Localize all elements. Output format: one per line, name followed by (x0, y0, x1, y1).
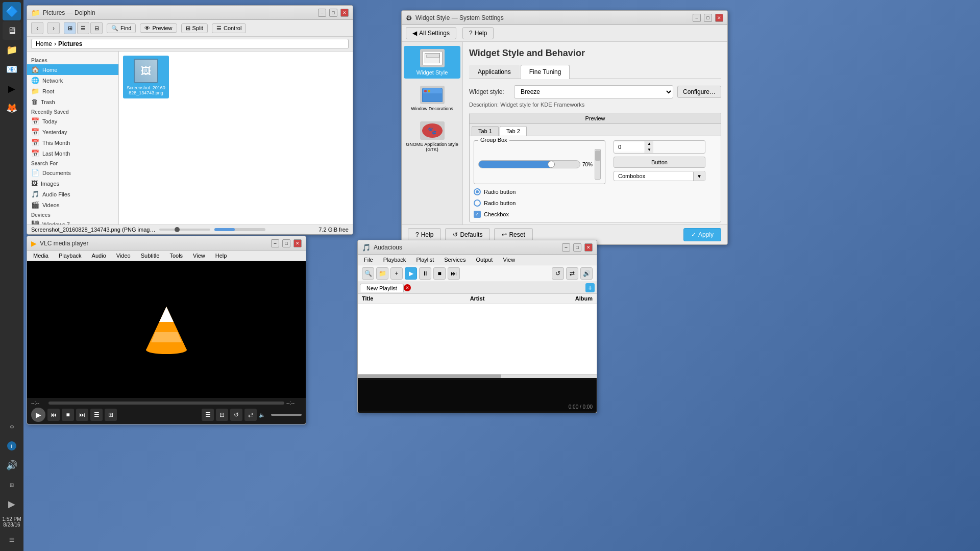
configure-btn[interactable]: Configure… (677, 86, 721, 98)
places-documents[interactable]: 📄 Documents (27, 167, 118, 178)
places-windows7[interactable]: 💾 Windows 7 (27, 219, 118, 224)
aud-menu-output[interactable]: Output (474, 256, 495, 264)
vlc-shuffle-btn[interactable]: ⇄ (244, 409, 257, 421)
sidebar-widget-style[interactable]: Widget Style (404, 46, 460, 79)
aud-add-btn[interactable]: + (390, 267, 403, 280)
places-yesterday[interactable]: 📅 Yesterday (27, 127, 118, 137)
forward-btn[interactable]: › (47, 22, 60, 34)
audacious-scrollbar[interactable] (358, 374, 597, 378)
places-network[interactable]: 🌐 Network (27, 75, 118, 86)
taskbar-icon-3[interactable]: 📧 (3, 60, 21, 79)
file-screenshot[interactable]: 🖼 Screenshot_20160828_134743.png (123, 56, 169, 98)
playlist-tab-new[interactable]: New Playlist (360, 284, 404, 292)
settings-maximize-btn[interactable]: □ (704, 14, 712, 22)
vlc-maximize-btn[interactable]: □ (282, 239, 290, 247)
vlc-extended-btn[interactable]: ⊞ (105, 409, 117, 421)
places-this-month[interactable]: 📅 This Month (27, 137, 118, 148)
aud-shuffle-btn[interactable]: ⇄ (566, 267, 578, 280)
sidebar-gnome-style[interactable]: 🐾 GNOME Application Style (GTK) (404, 118, 460, 155)
menu-icon[interactable]: ≡ (3, 531, 21, 549)
aud-menu-playback[interactable]: Playback (381, 256, 408, 264)
preview-tab1[interactable]: Tab 1 (472, 126, 499, 136)
spinbox[interactable]: 0 ▲ ▼ (614, 140, 705, 154)
aud-repeat-btn[interactable]: ↺ (552, 267, 564, 280)
vlc-loop-btn[interactable]: ↺ (230, 409, 242, 421)
vlc-seekbar[interactable] (48, 402, 284, 405)
network-tray-icon[interactable]: ⊞ (3, 475, 21, 494)
vlc-volume-slider[interactable] (271, 414, 302, 416)
sidebar-window-decorations[interactable]: Window Decorations (404, 83, 460, 114)
radio-btn-1[interactable] (474, 188, 481, 195)
places-last-month[interactable]: 📅 Last Month (27, 148, 118, 159)
sound-icon[interactable]: 🔊 (3, 456, 21, 474)
aud-menu-view[interactable]: View (501, 256, 517, 264)
vlc-next-btn[interactable]: ⏭ (76, 409, 88, 421)
settings-minimize-btn[interactable]: – (693, 14, 701, 22)
aud-volume-btn[interactable]: 🔊 (580, 267, 593, 280)
audacious-minimize-btn[interactable]: – (562, 243, 570, 252)
aud-play-btn[interactable]: ▶ (405, 267, 417, 280)
help-btn-toolbar[interactable]: ? Help (462, 27, 494, 39)
settings-icon[interactable]: ⚙ (3, 417, 21, 436)
find-btn[interactable]: 🔍 Find (107, 23, 136, 33)
places-today[interactable]: 📅 Today (27, 116, 118, 127)
vlc-menu-help[interactable]: Help (213, 252, 229, 260)
spinbox-up-btn[interactable]: ▲ (645, 141, 653, 147)
vlc-playlist-view-btn[interactable]: ☰ (202, 409, 214, 421)
split-btn[interactable]: ⊞ Split (181, 23, 208, 33)
places-audio[interactable]: 🎵 Audio Files (27, 189, 118, 199)
aud-menu-file[interactable]: File (362, 256, 375, 264)
preview-btn[interactable]: 👁 Preview (140, 23, 177, 33)
style-dropdown[interactable]: Breeze (514, 85, 673, 98)
settings-close-btn[interactable]: ✕ (715, 14, 723, 22)
zoom-slider[interactable] (159, 229, 210, 231)
vlc-menu-subtitle[interactable]: Subtitle (139, 252, 162, 260)
aud-folder-btn[interactable]: 📁 (376, 267, 388, 280)
vlc-prev-btn[interactable]: ⏮ (47, 409, 60, 421)
kde-logo-icon[interactable]: 🔷 (3, 2, 21, 20)
vlc-minimize-btn[interactable]: – (271, 239, 279, 247)
combobox-arrow-icon[interactable]: ▼ (693, 172, 705, 181)
spinbox-down-btn[interactable]: ▼ (645, 147, 653, 153)
breadcrumb-home[interactable]: Home (36, 40, 52, 47)
info-icon[interactable]: i (3, 437, 21, 455)
vlc-playlist-btn[interactable]: ☰ (90, 409, 103, 421)
vlc-menu-tools[interactable]: Tools (167, 252, 185, 260)
aud-menu-playlist[interactable]: Playlist (414, 256, 436, 264)
preview-tab2[interactable]: Tab 2 (500, 126, 527, 136)
aud-pause-btn[interactable]: ⏸ (419, 267, 431, 280)
vlc-frame-btn[interactable]: ⊟ (216, 409, 228, 421)
grid-view-btn[interactable]: ⊞ (64, 22, 76, 34)
vlc-menu-playback[interactable]: Playback (57, 252, 84, 260)
tab-fine-tuning[interactable]: Fine Tuning (521, 65, 570, 79)
back-btn[interactable]: ‹ (31, 22, 43, 34)
tab-applications[interactable]: Applications (469, 65, 520, 79)
aud-search-btn[interactable]: 🔍 (362, 267, 374, 280)
taskbar-icon-2[interactable]: 📁 (3, 41, 21, 59)
preview-button[interactable]: Button (614, 157, 705, 168)
places-root[interactable]: 📁 Root (27, 86, 118, 96)
vlc-play-btn[interactable]: ▶ (31, 408, 45, 422)
vlc-stop-btn[interactable]: ■ (62, 409, 74, 421)
firefox-icon[interactable]: 🦊 (3, 99, 21, 117)
combobox[interactable]: Combobox ▼ (614, 171, 705, 181)
playlist-close-btn[interactable]: ✕ (404, 284, 411, 291)
places-videos[interactable]: 🎬 Videos (27, 199, 118, 210)
vlc-close-btn[interactable]: ✕ (293, 239, 302, 247)
all-settings-btn[interactable]: ◀ All Settings (406, 27, 456, 39)
dolphin-close-btn[interactable]: ✕ (340, 9, 349, 17)
tree-view-btn[interactable]: ⊟ (90, 22, 103, 34)
places-images[interactable]: 🖼 Images (27, 178, 118, 189)
expand-icon[interactable]: ▶ (3, 495, 21, 513)
playlist-add-btn[interactable]: + (585, 283, 595, 292)
places-trash[interactable]: 🗑 Trash (27, 96, 118, 107)
preview-scrollbar[interactable] (595, 149, 601, 180)
aud-stop-btn[interactable]: ■ (433, 267, 446, 280)
dolphin-minimize-btn[interactable]: – (318, 9, 326, 17)
taskbar-icon-4[interactable]: ▶ (3, 80, 21, 98)
dolphin-maximize-btn[interactable]: □ (329, 9, 337, 17)
aud-menu-services[interactable]: Services (442, 256, 468, 264)
vlc-menu-audio[interactable]: Audio (90, 252, 108, 260)
audacious-close-btn[interactable]: ✕ (584, 243, 593, 252)
breadcrumb[interactable]: Home › Pictures (31, 39, 349, 49)
